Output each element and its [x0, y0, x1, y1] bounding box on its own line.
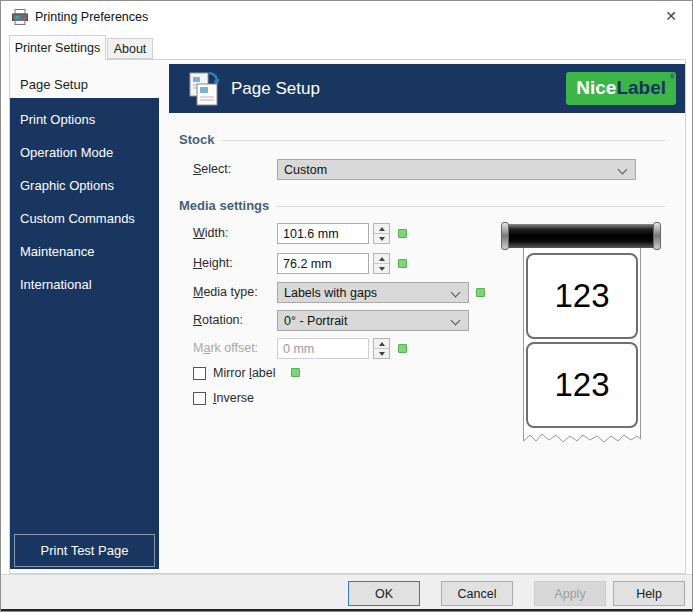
mirror-label-text: Mirror label — [213, 366, 276, 381]
sidebar-item-custom-commands[interactable]: Custom Commands — [10, 202, 159, 235]
rotation-label: Rotation: — [193, 310, 283, 331]
media-settings-group-header: Media settings — [179, 198, 665, 213]
mark-offset-spinner — [373, 338, 390, 359]
spinner-down-icon — [374, 348, 389, 358]
tab-printer-settings[interactable]: Printer Settings — [9, 35, 106, 60]
close-icon[interactable]: ✕ — [656, 3, 686, 29]
media-settings-group-title: Media settings — [179, 198, 269, 213]
media-type-label: Media type: — [193, 282, 283, 303]
window-title: Printing Preferences — [35, 10, 148, 24]
chevron-down-icon — [451, 288, 461, 298]
sidebar-item-international[interactable]: International — [10, 268, 159, 301]
printer-icon — [11, 8, 29, 30]
mirror-label-checkbox[interactable] — [193, 367, 206, 380]
preview-label: 123 — [526, 342, 638, 428]
page-setup-icon — [183, 68, 225, 114]
sidebar-item-maintenance[interactable]: Maintenance — [10, 235, 159, 268]
spinner-down-icon[interactable] — [374, 233, 389, 243]
status-indicator — [291, 368, 300, 377]
rotation-dropdown[interactable]: 0° - Portrait — [277, 310, 469, 331]
label-strip-preview: 123 123 — [523, 248, 641, 448]
status-indicator — [398, 229, 407, 238]
page-header-banner: Page Setup NiceLabel ® — [169, 64, 685, 113]
chevron-down-icon — [451, 316, 461, 326]
height-label: Height: — [193, 253, 283, 274]
stock-select-dropdown[interactable]: Custom — [277, 159, 636, 180]
roller-end-cap — [653, 222, 661, 250]
height-spinner — [373, 253, 390, 274]
nicelabel-logo: NiceLabel ® — [566, 72, 676, 105]
printer-settings-panel: Page Setup Print Options Operation Mode … — [9, 59, 686, 574]
mark-offset-label: Mark offset: — [193, 338, 283, 359]
sidebar: Print Options Operation Mode Graphic Opt… — [10, 98, 159, 569]
inverse-label-text: Inverse — [213, 391, 254, 406]
tab-about[interactable]: About — [107, 38, 153, 59]
ok-button[interactable]: OK — [348, 581, 420, 606]
stock-group-title: Stock — [179, 132, 214, 147]
width-spinner — [373, 223, 390, 244]
inverse-checkbox[interactable] — [193, 392, 206, 405]
page-title: Page Setup — [231, 79, 320, 99]
spinner-up-icon[interactable] — [374, 254, 389, 263]
cancel-button[interactable]: Cancel — [441, 581, 513, 606]
title-bar: Printing Preferences ✕ — [1, 1, 692, 33]
select-label: Select: — [193, 159, 283, 180]
dialog-footer: OK Cancel Apply Help — [1, 574, 692, 609]
sidebar-item-operation-mode[interactable]: Operation Mode — [10, 136, 159, 169]
height-input[interactable] — [277, 253, 369, 274]
sidebar-item-print-options[interactable]: Print Options — [10, 103, 159, 136]
preview-label: 123 — [526, 253, 638, 339]
status-indicator — [398, 259, 407, 268]
tab-strip: Printer Settings About — [1, 33, 692, 59]
status-indicator — [398, 344, 407, 353]
print-test-page-button[interactable]: Print Test Page — [14, 534, 155, 567]
width-input[interactable] — [277, 223, 369, 244]
roller-end-cap — [501, 222, 509, 250]
spinner-up-icon[interactable] — [374, 224, 389, 233]
sidebar-item-page-setup[interactable]: Page Setup — [10, 60, 159, 98]
sidebar-item-graphic-options[interactable]: Graphic Options — [10, 169, 159, 202]
help-button[interactable]: Help — [613, 581, 685, 606]
mark-offset-input — [277, 338, 369, 359]
torn-edge — [523, 428, 641, 448]
chevron-down-icon — [618, 165, 628, 175]
stock-group-header: Stock — [179, 132, 665, 147]
width-label: Width: — [193, 223, 283, 244]
apply-button: Apply — [534, 581, 606, 606]
printer-roller — [503, 224, 660, 248]
registered-mark: ® — [670, 73, 675, 80]
spinner-down-icon[interactable] — [374, 263, 389, 273]
printing-preferences-dialog: Printing Preferences ✕ Printer Settings … — [0, 0, 693, 612]
status-indicator — [476, 288, 485, 297]
spinner-up-icon — [374, 339, 389, 348]
media-type-dropdown[interactable]: Labels with gaps — [277, 282, 469, 303]
